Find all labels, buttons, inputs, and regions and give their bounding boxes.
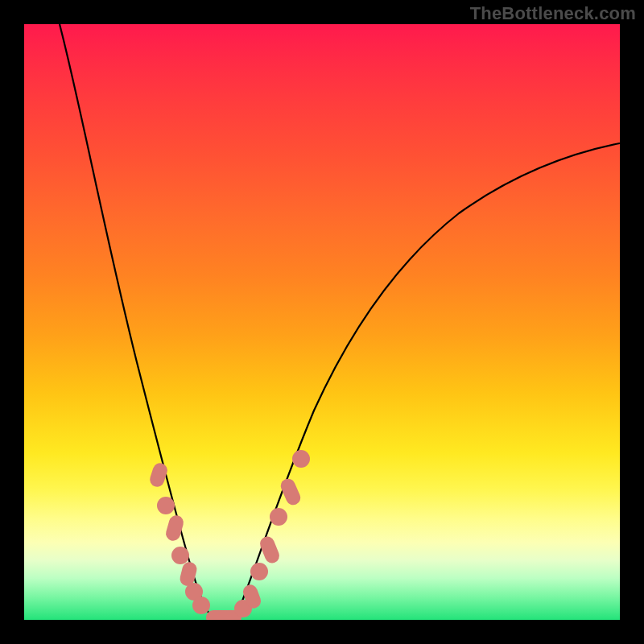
marker-dot	[171, 547, 189, 564]
curve-layer	[24, 24, 620, 620]
marker-dot	[157, 497, 175, 514]
curve-left-arm	[60, 24, 213, 618]
frame-border: TheBottleneck.com	[0, 0, 644, 644]
curve-right-arm	[235, 143, 620, 618]
watermark-text: TheBottleneck.com	[470, 3, 636, 24]
marker-dot	[148, 461, 169, 489]
marker-dot	[192, 597, 210, 614]
marker-dot	[292, 450, 310, 468]
marker-dot	[250, 563, 268, 580]
plot-area	[24, 24, 620, 620]
marker-dot	[270, 508, 287, 526]
